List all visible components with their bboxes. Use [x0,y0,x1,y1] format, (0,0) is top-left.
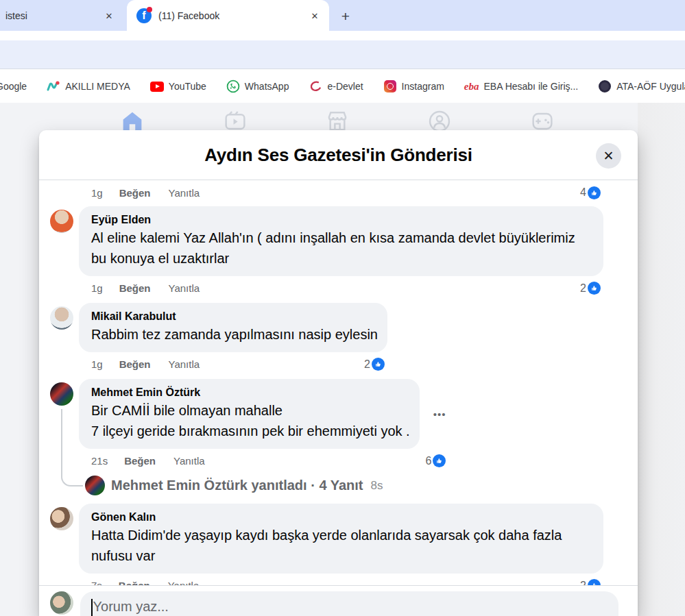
comment-actions: 1g Beğen Yanıtla 2 [79,352,387,378]
comment-text: Al eline kalemi Yaz Allah'ın ( adını inş… [91,227,594,269]
like-thumb-icon [588,186,601,199]
bookmark-ata-aof[interactable]: ATA-AÖF Uygulamal [598,79,685,93]
post-modal: Aydın Ses Gazetesi'in Gönderisi ✕ 1g Beğ… [39,130,638,616]
reply-button[interactable]: Yanıtla [169,282,200,294]
reply-summary-text: Mehmet Emin Öztürk yanıtladı · 4 Yanıt [111,478,363,493]
reply-time: 8s [371,479,383,493]
comment-item: Mehmet Emin Öztürk Bir CAMİİ bile olmaya… [50,379,627,474]
notification-dot [147,7,152,12]
comment-bubble: Gönen Kalın Hatta Didim'de yaşayıp kaydı… [79,504,603,574]
close-tab-icon[interactable]: ✕ [309,10,321,22]
like-thumb-icon [372,358,385,371]
comment-text: Bir CAMİİ bile olmayan mahalle 7 ilçeyi … [91,400,410,441]
bookmark-eba[interactable]: eba EBA Hesabı ile Giriş... [464,79,578,93]
comment-text: Hatta Didim'de yaşayıp kaydı başka yerde… [91,525,594,566]
tab-strip: istesi ✕ f (11) Facebook ✕ + [0,0,685,31]
tab-facebook[interactable]: f (11) Facebook ✕ [127,0,329,31]
gaming-icon[interactable] [531,110,554,133]
comment-author[interactable]: Mikail Karabulut [91,309,378,324]
comment-bubble: Mehmet Emin Öztürk Bir CAMİİ bile olmaya… [79,379,420,449]
comment-time[interactable]: 1g [91,282,103,294]
comment-actions-partial: 1g Beğen Yanıtla 4 [91,186,601,199]
reaction-badge[interactable]: 2 [580,282,601,295]
reaction-badge[interactable]: 6 [426,454,446,467]
text-caret [91,599,93,616]
new-tab-button[interactable]: + [337,8,354,25]
reply-button[interactable]: Yanıtla [169,187,200,199]
home-icon[interactable] [121,110,144,133]
comment-time[interactable]: 1g [91,358,103,370]
comments-list: 1g Beğen Yanıtla 4 Eyüp Elden Al eline k… [39,180,638,599]
comment-time[interactable]: 21s [91,455,108,467]
reply-thread-line [61,409,83,486]
bookmark-edevlet[interactable]: e-Devlet [309,79,363,93]
youtube-icon [150,79,164,93]
watch-icon[interactable] [224,110,247,133]
close-tab-icon[interactable]: ✕ [103,10,115,22]
tab-title: (11) Facebook [158,10,219,21]
comment-actions: 1g Beğen Yanıtla 2 [79,276,603,301]
reply-button[interactable]: Yanıtla [169,358,200,370]
comment-item: Eyüp Elden Al eline kalemi Yaz Allah'ın … [50,206,627,301]
comment-bubble: Eyüp Elden Al eline kalemi Yaz Allah'ın … [79,206,603,276]
toolbar-gap [0,31,685,40]
groups-icon[interactable] [428,110,451,133]
avatar[interactable] [50,210,73,233]
bookmark-akilli-medya[interactable]: AKILLI MEDYA [47,79,130,93]
bookmark-youtube[interactable]: YouTube [150,79,206,93]
reply-button[interactable]: Yanıtla [173,455,205,467]
comment-menu-icon[interactable]: ••• [431,406,449,423]
comment-composer [39,585,638,616]
like-button[interactable]: Beğen [119,282,151,294]
marketplace-icon[interactable] [326,110,349,133]
like-thumb-icon [433,454,446,467]
comment-author[interactable]: Eyüp Elden [91,212,594,227]
like-button[interactable]: Beğen [124,455,156,467]
modal-backdrop [638,103,685,616]
bookmarks-bar: Google AKILLI MEDYA YouTube WhatsApp [0,70,685,103]
akilli-medya-icon [47,79,60,93]
avatar [85,476,105,495]
like-button[interactable]: Beğen [119,358,151,370]
address-bar-area[interactable] [0,40,685,69]
avatar[interactable] [50,507,73,530]
like-thumb-icon [588,282,601,295]
reaction-badge[interactable]: 2 [364,358,385,371]
comment-bubble: Mikail Karabulut Rabbim tez zamanda yapı… [79,303,387,352]
eba-icon: eba [464,79,479,93]
comment-time[interactable]: 1g [91,187,103,199]
reply-summary[interactable]: Mehmet Emin Öztürk yanıtladı · 4 Yanıt 8… [85,476,627,495]
avatar[interactable] [50,382,73,406]
comment-input-field[interactable] [80,591,618,616]
tab-listesi[interactable]: istesi ✕ [0,0,123,31]
like-button[interactable]: Beğen [119,187,151,199]
comment-author[interactable]: Gönen Kalın [91,510,594,525]
comment-author[interactable]: Mehmet Emin Öztürk [91,385,410,400]
whatsapp-icon [226,79,240,93]
comment-input[interactable] [93,597,610,615]
bookmark-instagram[interactable]: Instagram [383,79,444,93]
bookmark-google[interactable]: Google [0,81,27,92]
instagram-icon [383,79,397,93]
facebook-favicon-icon: f [136,8,152,23]
close-icon[interactable]: ✕ [596,143,621,169]
comment-item: Mikail Karabulut Rabbim tez zamanda yapı… [50,303,627,378]
comment-actions: 21s Beğen Yanıtla 6 [79,449,448,474]
e-devlet-icon [309,79,322,93]
avatar[interactable] [50,306,73,330]
modal-header: Aydın Ses Gazetesi'in Gönderisi ✕ [39,130,638,180]
avatar[interactable] [50,591,73,615]
reaction-badge[interactable]: 4 [580,186,601,199]
ata-aof-icon [598,79,612,93]
tab-title: istesi [5,10,95,21]
modal-title: Aydın Ses Gazetesi'in Gönderisi [204,145,472,166]
bookmark-whatsapp[interactable]: WhatsApp [226,79,289,93]
comment-text: Rabbim tez zamanda yapılmasını nasip eyl… [91,324,378,345]
